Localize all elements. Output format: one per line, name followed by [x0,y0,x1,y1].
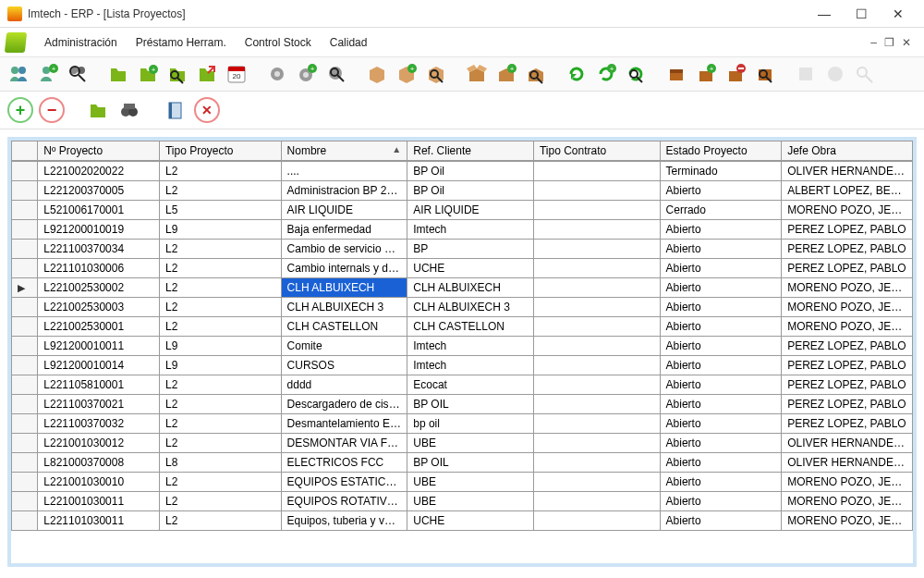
cell-num[interactable]: L221101030011 [38,511,160,531]
cell-nombre[interactable]: Cambio internals y distri... [281,259,407,278]
cell-contrato[interactable] [533,317,660,337]
add-folder-icon[interactable]: + [135,61,161,87]
cell-nombre[interactable]: CLH ALBUIXECH [281,278,407,298]
table-row[interactable]: L221001030010L2EQUIPOS ESTATICOS...UBEAb… [12,473,913,492]
cell-tipo[interactable]: L9 [159,356,281,375]
menu-administracion[interactable]: Administración [35,31,127,55]
cell-estado[interactable]: Abierto [660,492,782,511]
cell-estado[interactable]: Abierto [660,181,782,201]
cell-ref[interactable]: CLH CASTELLON [407,317,534,337]
cell-tipo[interactable]: L2 [159,434,281,453]
cell-num[interactable]: L221001030012 [38,434,160,453]
cell-ref[interactable]: BP Oil [407,181,534,201]
cell-estado[interactable]: Abierto [660,414,782,434]
cell-ref[interactable]: UBE [407,473,534,492]
refresh-icon[interactable] [564,61,590,87]
table-row[interactable]: ▶L221002530002L2CLH ALBUIXECHCLH ALBUIXE… [12,278,913,298]
table-row[interactable]: L221101030011L2Equipos, tuberia y vapo..… [12,511,913,531]
cell-tipo[interactable]: L2 [159,395,281,414]
cell-contrato[interactable] [533,414,660,434]
mdi-restore-button[interactable]: ❐ [884,36,894,49]
cell-contrato[interactable] [533,220,660,240]
cell-estado[interactable]: Abierto [660,220,782,240]
search-refresh-icon[interactable] [623,61,649,87]
cell-jefe[interactable]: ALBERT LOPEZ, BEG... [782,181,913,201]
cell-estado[interactable]: Abierto [660,395,782,414]
cell-nombre[interactable]: dddd [281,375,407,395]
cell-contrato[interactable] [533,395,660,414]
search-openbox-icon[interactable] [523,61,549,87]
add-package-icon[interactable]: + [693,61,719,87]
cell-estado[interactable]: Abierto [660,375,782,395]
window-maximize-button[interactable]: ☐ [843,3,880,25]
cell-num[interactable]: L221002530001 [38,317,160,337]
cell-estado[interactable]: Abierto [660,453,782,473]
gear-icon[interactable] [264,61,290,87]
col-tipo-proyecto[interactable]: Tipo Proyecto [159,141,281,161]
cell-estado[interactable]: Abierto [660,511,782,531]
cell-tipo[interactable]: L2 [159,473,281,492]
cell-tipo[interactable]: L9 [159,337,281,356]
openbox-icon[interactable] [464,61,490,87]
window-minimize-button[interactable]: — [806,3,843,25]
cell-ref[interactable]: Imtech [407,337,534,356]
cell-num[interactable]: L221100370021 [38,395,160,414]
cell-jefe[interactable]: MORENO POZO, JESUS [782,511,913,531]
folder-button[interactable] [85,97,111,123]
search-folder-icon[interactable] [164,61,190,87]
cell-jefe[interactable]: MORENO POZO, JESUS [782,473,913,492]
cell-ref[interactable]: UBE [407,434,534,453]
cell-nombre[interactable]: .... [281,162,407,181]
cell-num[interactable]: L221001030010 [38,473,160,492]
cell-contrato[interactable] [533,278,660,298]
cell-nombre[interactable]: EQUIPOS ESTATICOS... [281,473,407,492]
table-row[interactable]: L921200010019L9Baja enfermedadImtechAbie… [12,220,913,240]
cell-nombre[interactable]: DESMONTAR VIA FER... [281,434,407,453]
remove-package-icon[interactable] [723,61,748,87]
mdi-minimize-button[interactable]: – [870,36,877,49]
add-box1-icon[interactable]: + [394,61,419,87]
menu-calidad[interactable]: Calidad [321,31,377,55]
search-box1-icon[interactable] [423,61,449,87]
cell-ref[interactable]: Ecocat [407,375,534,395]
cell-ref[interactable]: BP OIL [407,453,534,473]
table-row[interactable]: L221002530003L2CLH ALBUIXECH 3CLH ALBUIX… [12,298,913,317]
cell-estado[interactable]: Terminado [660,162,782,181]
grid-body[interactable]: L221002020022L2....BP OilTerminadoOLIVER… [11,161,913,560]
cell-tipo[interactable]: L2 [159,298,281,317]
table-row[interactable]: L221105810001L2ddddEcocatAbiertoPEREZ LO… [12,375,913,395]
table-row[interactable]: L921200010014L9CURSOSImtechAbiertoPEREZ … [12,356,913,375]
add-button[interactable]: + [7,97,33,123]
cell-nombre[interactable]: CURSOS [281,356,407,375]
add-user-icon[interactable]: + [35,61,61,87]
add-refresh-icon[interactable]: + [593,61,619,87]
cell-contrato[interactable] [533,337,660,356]
cell-ref[interactable]: BP Oil [407,162,534,181]
col-ref-cliente[interactable]: Ref. Cliente [407,141,534,161]
cell-tipo[interactable]: L2 [159,317,281,337]
cell-tipo[interactable]: L2 [159,511,281,531]
cell-jefe[interactable]: PEREZ LOPEZ, PABLO [782,395,913,414]
cell-nombre[interactable]: Administracion BP 2012 [281,181,407,201]
menu-prestamo-herram[interactable]: Préstamo Herram. [127,31,236,55]
col-estado-proyecto[interactable]: Estado Proyecto [660,141,782,161]
cell-num[interactable]: L221002530002 [38,278,160,298]
cell-jefe[interactable]: PEREZ LOPEZ, PABLO [782,414,913,434]
cell-num[interactable]: L521006170001 [38,201,160,220]
table-row[interactable]: L221100370021L2Descargadero de cister...… [12,395,913,414]
cell-ref[interactable]: UCHE [407,511,534,531]
cell-num[interactable]: L921200010014 [38,356,160,375]
cell-jefe[interactable]: PEREZ LOPEZ, PABLO [782,375,913,395]
cell-tipo[interactable]: L2 [159,240,281,259]
cell-ref[interactable]: CLH ALBUIXECH 3 [407,298,534,317]
cell-nombre[interactable]: Comite [281,337,407,356]
cell-estado[interactable]: Abierto [660,356,782,375]
cell-estado[interactable]: Abierto [660,298,782,317]
remove-button[interactable]: − [39,97,65,123]
cell-jefe[interactable]: OLIVER HERNANDEZ,... [782,434,913,453]
cell-num[interactable]: L221105810001 [38,375,160,395]
window-close-button[interactable]: ✕ [880,3,917,25]
binoculars-button[interactable] [116,97,142,123]
cell-nombre[interactable]: CLH CASTELLON [281,317,407,337]
calendar-icon[interactable]: 20 [224,61,249,87]
